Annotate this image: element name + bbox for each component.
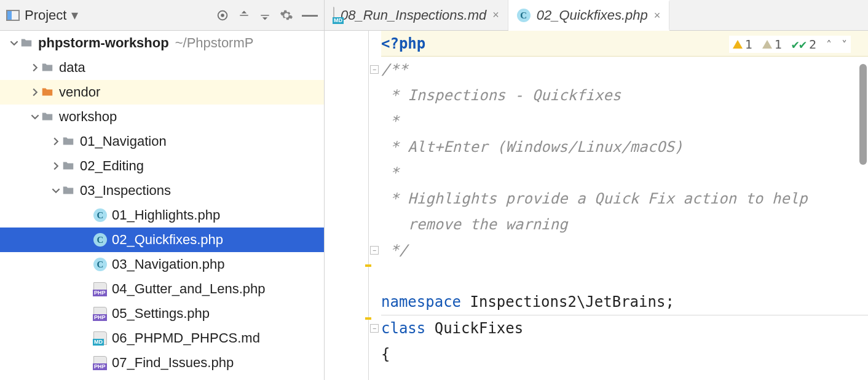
code-token-text: Inspections2\JetBrains; xyxy=(461,293,674,311)
class-file-icon: C xyxy=(93,233,107,247)
checkmark-icon: ✔✔ xyxy=(792,37,807,52)
code-line: * Inspections - Quickfixes xyxy=(381,87,621,104)
close-tab-icon[interactable]: × xyxy=(654,9,661,22)
code-line: { xyxy=(381,346,390,363)
chevron-right-icon xyxy=(50,137,61,146)
tree-item-03-inspections[interactable]: 03_Inspections xyxy=(0,178,324,203)
chevron-down-icon xyxy=(9,39,20,47)
code-line: /** xyxy=(381,61,408,78)
code-line: * Alt+Enter (Windows/Linux/macOS) xyxy=(381,138,683,156)
class-file-icon: C xyxy=(517,9,531,22)
tab-02-quickfixes[interactable]: C 02_Quickfixes.php × xyxy=(508,0,670,31)
tree-item-label: 05_Settings.php xyxy=(112,306,210,322)
editor-body[interactable]: <?php − /** * Inspections - Quickfixes *… xyxy=(325,31,868,380)
tree-item-label: 03_Navigation.php xyxy=(112,256,224,272)
chevron-right-icon xyxy=(30,88,41,97)
fold-marker-icon[interactable]: − xyxy=(370,65,379,74)
folder-icon xyxy=(61,184,75,197)
code-line: * xyxy=(381,164,399,181)
tree-file-05-settings[interactable]: 05_Settings.php xyxy=(0,301,324,326)
inspections-widget[interactable]: 1 1 ✔✔2 ˄ ˅ xyxy=(729,36,851,53)
tree-item-workshop[interactable]: workshop xyxy=(0,105,324,129)
svg-point-1 xyxy=(221,14,224,17)
tree-item-label: 02_Editing xyxy=(80,158,144,174)
tree-file-01-highlights[interactable]: C 01_Highlights.php xyxy=(0,203,324,228)
close-tab-icon[interactable]: × xyxy=(492,9,499,22)
gutter-warning-mark[interactable] xyxy=(365,317,371,320)
tree-item-label: workshop xyxy=(59,109,117,125)
tree-item-vendor[interactable]: vendor xyxy=(0,80,324,105)
tree-item-label: data xyxy=(59,60,85,76)
code-token-keyword: namespace xyxy=(381,293,461,311)
tool-window-icon xyxy=(6,10,20,21)
next-highlight-icon[interactable]: ˅ xyxy=(842,38,847,51)
tree-file-07-find-issues[interactable]: 07_Find_Issues.php xyxy=(0,350,324,375)
code-line: remove the warning xyxy=(381,216,567,233)
fold-marker-icon[interactable]: − xyxy=(370,324,379,333)
folder-icon xyxy=(41,85,54,99)
prev-highlight-icon[interactable]: ˄ xyxy=(826,38,832,51)
tab-label: 08_Run_Inspections.md xyxy=(341,7,486,23)
collapse-all-icon[interactable] xyxy=(259,9,271,22)
folder-icon xyxy=(61,135,75,148)
code-line: * Highlights provide a Quick Fix action … xyxy=(381,190,808,207)
code-line: <?php xyxy=(381,35,425,52)
warning-count-2[interactable]: 1 xyxy=(762,37,782,52)
tree-file-06-phpmd[interactable]: 06_PHPMD_PHPCS.md xyxy=(0,326,324,350)
php-file-icon xyxy=(93,356,107,370)
dropdown-icon: ▾ xyxy=(71,7,78,23)
select-opened-file-icon[interactable] xyxy=(216,9,229,22)
code-line: */ xyxy=(381,242,408,259)
tree-item-02-editing[interactable]: 02_Editing xyxy=(0,154,324,178)
code-area[interactable]: <?php − /** * Inspections - Quickfixes *… xyxy=(374,31,868,380)
tab-08-run-inspections[interactable]: 08_Run_Inspections.md × xyxy=(325,0,508,30)
tree-file-04-gutter-lens[interactable]: 04_Gutter_and_Lens.php xyxy=(0,277,324,301)
vertical-scrollbar[interactable] xyxy=(859,64,867,165)
settings-icon[interactable] xyxy=(280,9,293,22)
tree-root[interactable]: phpstorm-workshop ~/PhpstormP xyxy=(0,31,324,55)
project-panel: Project ▾ — phpstorm-workshop ~/Phpstorm… xyxy=(0,0,325,380)
code-token-text: QuickFixes xyxy=(425,320,523,337)
tree-item-label: 03_Inspections xyxy=(80,183,171,199)
tree-item-label: 01_Highlights.php xyxy=(112,207,220,223)
folder-icon xyxy=(41,110,54,124)
md-file-icon xyxy=(333,7,334,23)
tree-root-path: ~/PhpstormP xyxy=(175,35,254,51)
tree-item-label: vendor xyxy=(59,84,100,100)
tree-item-label: 01_Navigation xyxy=(80,133,167,149)
code-token-keyword: class xyxy=(381,320,425,337)
weak-warning-icon xyxy=(762,40,772,49)
folder-icon xyxy=(61,159,75,173)
chevron-down-icon xyxy=(30,113,41,121)
warning-icon xyxy=(733,40,743,49)
tree-item-01-navigation[interactable]: 01_Navigation xyxy=(0,129,324,154)
hide-panel-icon[interactable]: — xyxy=(302,6,318,25)
project-tree: phpstorm-workshop ~/PhpstormP data vendo… xyxy=(0,31,324,380)
folder-icon xyxy=(41,61,54,74)
gutter-warning-mark[interactable] xyxy=(365,264,371,267)
php-file-icon xyxy=(93,282,107,296)
folder-icon xyxy=(20,36,33,50)
editor: 08_Run_Inspections.md × C 02_Quickfixes.… xyxy=(325,0,868,380)
tab-label: 02_Quickfixes.php xyxy=(537,7,648,23)
tree-file-02-quickfixes[interactable]: C 02_Quickfixes.php xyxy=(0,228,324,252)
tree-item-label: 02_Quickfixes.php xyxy=(112,232,223,248)
project-panel-title[interactable]: Project ▾ xyxy=(6,7,78,23)
ok-count[interactable]: ✔✔2 xyxy=(792,37,816,52)
tree-item-label: 07_Find_Issues.php xyxy=(112,355,234,371)
expand-all-icon[interactable] xyxy=(238,9,250,22)
tree-item-label: 04_Gutter_and_Lens.php xyxy=(112,281,266,297)
panel-title-label: Project xyxy=(25,7,66,23)
code-line: * xyxy=(381,113,399,130)
chevron-right-icon xyxy=(30,63,41,72)
class-file-icon: C xyxy=(93,208,107,222)
chevron-right-icon xyxy=(50,162,61,170)
tree-file-03-navigation[interactable]: C 03_Navigation.php xyxy=(0,252,324,277)
warning-count-1[interactable]: 1 xyxy=(733,37,752,52)
fold-marker-icon[interactable]: − xyxy=(370,246,379,255)
editor-gutter xyxy=(325,31,374,380)
class-file-icon: C xyxy=(93,258,107,271)
tree-item-data[interactable]: data xyxy=(0,55,324,80)
tree-root-name: phpstorm-workshop xyxy=(38,35,169,51)
php-file-icon xyxy=(93,307,107,320)
